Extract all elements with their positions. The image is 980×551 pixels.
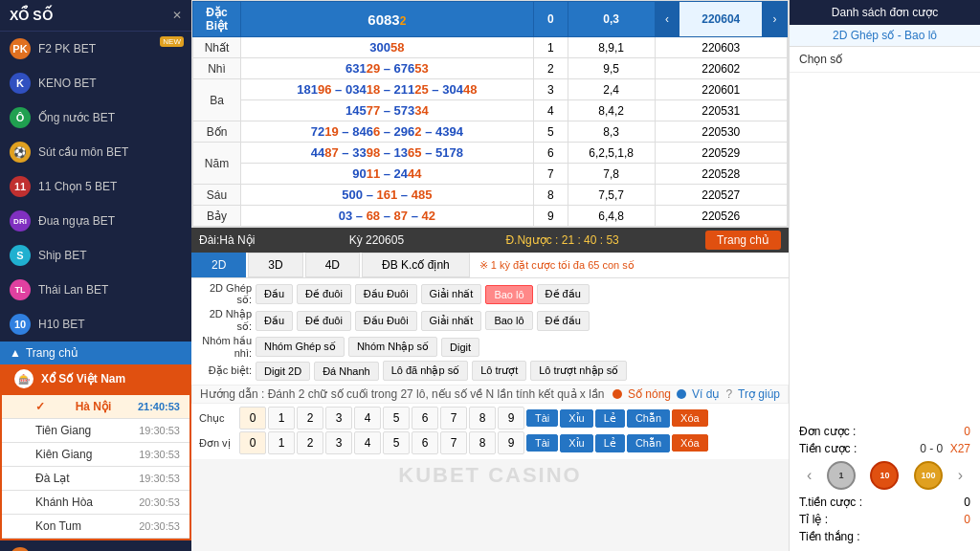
col3-nam1: 6 bbox=[533, 143, 568, 164]
donvi-6[interactable]: 6 bbox=[412, 431, 438, 454]
chuc-xiu-btn[interactable]: Xỉu bbox=[560, 409, 592, 428]
chuc-8[interactable]: 8 bbox=[469, 407, 496, 430]
btn-digit2d[interactable]: Digit 2D bbox=[256, 362, 310, 381]
chuc-tai-btn[interactable]: Tài bbox=[526, 409, 558, 427]
sidebar-item-keno2[interactable]: 🎲 Keno bbox=[0, 540, 191, 551]
dai-info: Đài:Hà Nội bbox=[199, 233, 255, 247]
chuc-0[interactable]: 0 bbox=[239, 407, 266, 430]
chip-10[interactable]: 10 bbox=[870, 461, 899, 490]
sidebar-sub-kontum[interactable]: Kon Tum 20:30:53 bbox=[2, 515, 189, 539]
btn-danhanh[interactable]: Đá Nhanh bbox=[314, 362, 379, 381]
sidebar-item-f2pk[interactable]: PK F2 PK BET NEW bbox=[0, 32, 191, 66]
chuc-1[interactable]: 1 bbox=[268, 407, 295, 430]
donvi-label: Đơn vị bbox=[199, 437, 237, 450]
btn-nhap-baolo[interactable]: Bao lô bbox=[485, 311, 532, 330]
sidebar-sub-tiengiang[interactable]: Tiên Giang 19:30:53 bbox=[2, 419, 189, 443]
numbers-nam2: 9011 – 2444 bbox=[241, 164, 534, 185]
btn-ghep-deduoi[interactable]: Đề đuôi bbox=[297, 284, 351, 304]
chuc-9[interactable]: 9 bbox=[498, 407, 524, 430]
arrow-right-btn[interactable]: › bbox=[763, 2, 788, 37]
btn-ghep-dauduoi[interactable]: Đầu Đuôi bbox=[355, 284, 417, 304]
donvi-le-btn[interactable]: Lẻ bbox=[595, 434, 625, 452]
chip-arrow-left[interactable]: ‹ bbox=[807, 467, 812, 484]
chip-arrow-right[interactable]: › bbox=[958, 467, 963, 484]
btn-nhap-dauduoi[interactable]: Đầu Đuôi bbox=[355, 311, 417, 331]
chuc-xoa-btn[interactable]: Xóa bbox=[672, 409, 708, 427]
sidebar-item-ong[interactable]: Ô Ống nước BET bbox=[0, 100, 191, 135]
tab-db-kodinh[interactable]: ĐB K.cố định bbox=[362, 253, 470, 277]
vi-du-link[interactable]: Ví dụ bbox=[692, 387, 720, 401]
donvi-2[interactable]: 2 bbox=[297, 431, 323, 454]
donvi-xoa-btn[interactable]: Xóa bbox=[672, 434, 708, 452]
sidebar-item-h10[interactable]: 10 H10 BET bbox=[0, 307, 191, 342]
btn-nhap-giainhat[interactable]: Giải nhất bbox=[421, 311, 482, 331]
btn-nhap-deduoi[interactable]: Đề đuôi bbox=[297, 311, 351, 331]
sidebar-item-thai[interactable]: TL Thái Lan BET bbox=[0, 273, 191, 307]
btn-ghep-dau[interactable]: Đầu bbox=[256, 284, 293, 304]
chuc-3[interactable]: 3 bbox=[325, 407, 352, 430]
right-header: Danh sách đơn cược bbox=[790, 0, 980, 25]
sidebar-sub-dalat[interactable]: Đà Lạt 19:30:53 bbox=[2, 467, 189, 491]
lottery-table: Đặc Biệt 60832 0 0,3 ‹ 220604 › Nhất 300… bbox=[192, 1, 788, 227]
donvi-5[interactable]: 5 bbox=[383, 431, 410, 454]
col4-bon: 8,3 bbox=[568, 121, 655, 143]
trang-chu-btn[interactable]: Trang chủ bbox=[705, 231, 781, 250]
btn-nhap-dedau[interactable]: Đề đầu bbox=[537, 311, 590, 331]
donvi-chan-btn[interactable]: Chẵn bbox=[627, 434, 670, 452]
btn-nhomghep[interactable]: Nhóm Ghép số bbox=[256, 337, 345, 357]
chuc-2[interactable]: 2 bbox=[297, 407, 323, 430]
tab-2d[interactable]: 2D bbox=[191, 253, 246, 277]
chip-100[interactable]: 100 bbox=[914, 461, 943, 490]
donvi-8[interactable]: 8 bbox=[469, 431, 496, 454]
tien-cuoc-row: Tiền cược : 0 - 0 X27 bbox=[799, 440, 970, 457]
sidebar-item-dua[interactable]: DRI Đua ngựa BET bbox=[0, 204, 191, 238]
btn-nhap-dau[interactable]: Đầu bbox=[256, 311, 293, 331]
btn-ghep-dedau[interactable]: Đề đầu bbox=[537, 284, 590, 304]
donvi-7[interactable]: 7 bbox=[440, 431, 467, 454]
chuc-5[interactable]: 5 bbox=[383, 407, 410, 430]
btn-nhomnhap[interactable]: Nhóm Nhập số bbox=[348, 337, 437, 357]
chuc-7[interactable]: 7 bbox=[440, 407, 467, 430]
tab-3d[interactable]: 3D bbox=[248, 253, 302, 277]
sidebar-item-11chon5[interactable]: 11 11 Chọn 5 BET bbox=[0, 169, 191, 204]
tab-4d[interactable]: 4D bbox=[305, 253, 360, 277]
prize-nam: Năm bbox=[193, 143, 241, 185]
donvi-9[interactable]: 9 bbox=[498, 431, 524, 454]
sidebar-sub-hanoi[interactable]: ✓ Hà Nội 21:40:53 bbox=[2, 395, 189, 419]
so-nong-dot bbox=[612, 389, 622, 399]
btn-ghep-baolo[interactable]: Bao lô bbox=[485, 285, 532, 304]
xoso-viet-nam-item[interactable]: 🎰 Xổ Số Việt Nam bbox=[0, 364, 191, 393]
sidebar-item-sut[interactable]: ⚽ Sút cầu môn BET bbox=[0, 135, 191, 169]
donvi-4[interactable]: 4 bbox=[354, 431, 381, 454]
sidebar-sub-khanhhoa[interactable]: Khánh Hòa 20:30:53 bbox=[2, 491, 189, 515]
tien-thang-row: Tiền thắng : bbox=[799, 528, 970, 545]
donvi-3[interactable]: 3 bbox=[325, 431, 352, 454]
sidebar-item-label: Thái Lan BET bbox=[38, 283, 108, 297]
chuc-le-btn[interactable]: Lẻ bbox=[595, 409, 625, 428]
btn-lotruot[interactable]: Lô trượt bbox=[472, 361, 526, 381]
chuc-6[interactable]: 6 bbox=[412, 407, 438, 430]
sub-item-label: Đà Lạt bbox=[35, 472, 70, 485]
numbers-bay: 03 – 68 – 87 – 42 bbox=[241, 206, 534, 227]
arrow-left-btn[interactable]: ‹ bbox=[655, 2, 679, 37]
chuc-chan-btn[interactable]: Chẵn bbox=[627, 409, 670, 428]
btn-lotruotnhapso[interactable]: Lô trượt nhập số bbox=[530, 361, 627, 381]
btn-ghep-giainhat[interactable]: Giải nhất bbox=[421, 284, 482, 304]
chuc-4[interactable]: 4 bbox=[354, 407, 381, 430]
sidebar-sub-kiengiang[interactable]: Kiên Giang 19:30:53 bbox=[2, 443, 189, 467]
donvi-1[interactable]: 1 bbox=[268, 431, 295, 454]
sidebar-item-keno[interactable]: K KENO BET bbox=[0, 66, 191, 100]
sidebar-section-trangchu[interactable]: ▲ Trang chủ bbox=[0, 342, 191, 364]
donvi-tai-btn[interactable]: Tài bbox=[526, 434, 558, 452]
tro-giup-link[interactable]: Trợ giúp bbox=[738, 387, 780, 401]
btn-lodanhapso[interactable]: Lô đã nhập số bbox=[383, 361, 469, 381]
sidebar-close-icon[interactable]: ✕ bbox=[172, 9, 182, 22]
btn-digit[interactable]: Digit bbox=[441, 338, 479, 357]
sidebar-item-ship[interactable]: S Ship BET bbox=[0, 238, 191, 273]
donvi-xiu-btn[interactable]: Xỉu bbox=[560, 434, 592, 452]
chip-1[interactable]: 1 bbox=[827, 461, 856, 490]
numbers-sau: 500 – 161 – 485 bbox=[241, 185, 534, 206]
donvi-0[interactable]: 0 bbox=[239, 431, 266, 454]
t-tien-cuoc-val: 0 bbox=[964, 496, 970, 509]
so-nong-link[interactable]: Số nóng bbox=[628, 387, 671, 401]
